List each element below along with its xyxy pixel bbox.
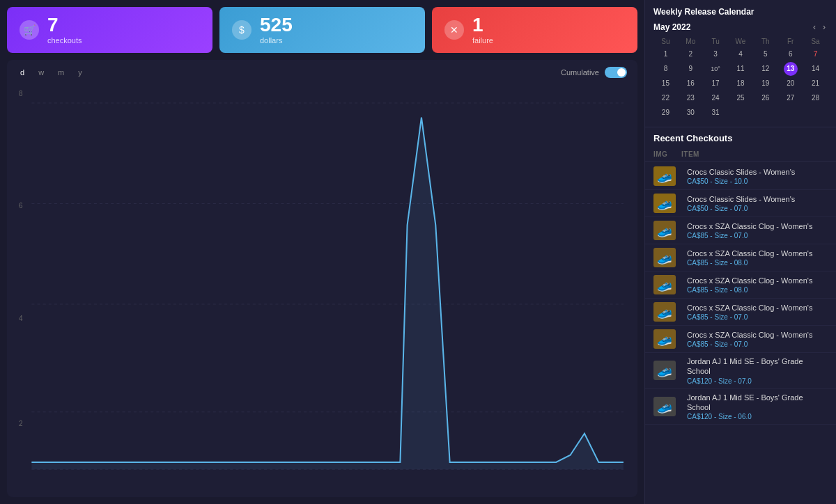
cal-day-cell[interactable]: 9	[683, 62, 697, 76]
cal-day-cell[interactable]: 24	[709, 91, 722, 105]
checkout-table-header: IMG ITEM	[645, 148, 836, 162]
cal-day-cell[interactable]: 27	[784, 91, 798, 105]
cal-day-cell[interactable]: 28	[809, 91, 823, 105]
chart-controls: d w m y Cumulative	[17, 67, 627, 78]
cumulative-label: Cumulative	[561, 68, 599, 77]
checkout-name: Jordan AJ 1 Mid SE - Boys' Grade School	[687, 356, 828, 377]
checkouts-number: 7	[47, 15, 82, 35]
cal-day-cell[interactable]: 21	[809, 77, 823, 90]
checkout-name: Crocs x SZA Classic Clog - Women's	[687, 276, 828, 285]
shoe-icon: 👟	[657, 363, 672, 378]
y-label-2: 2	[19, 420, 23, 427]
checkout-item[interactable]: 👟Crocs Classic Slides - Women'sCA$50 - S…	[645, 190, 836, 217]
cal-day-cell[interactable]: 14	[809, 62, 823, 76]
cal-day-cell[interactable]: 22	[658, 91, 672, 105]
cal-day-cell[interactable]: 30	[683, 106, 697, 120]
checkout-detail: CA$85 - Size - 07.0	[687, 340, 828, 348]
checkout-detail: CA$50 - Size - 10.0	[687, 178, 828, 185]
checkout-name: Jordan AJ 1 Mid SE - Boys' Grade School	[687, 393, 828, 413]
time-controls: d w m y	[17, 67, 85, 78]
checkout-item[interactable]: 👟Crocs x SZA Classic Clog - Women'sCA$85…	[645, 299, 836, 326]
header-img: IMG	[653, 150, 681, 158]
cal-day-cell[interactable]: 17	[709, 77, 722, 90]
checkout-detail: CA$120 - Size - 07.0	[687, 377, 828, 385]
cal-day-cell[interactable]: 15	[658, 77, 672, 90]
checkout-detail: CA$120 - Size - 06.0	[687, 413, 828, 420]
cal-day-cell[interactable]: 2	[683, 47, 697, 61]
cumulative-toggle-pill[interactable]	[605, 67, 627, 78]
failure-content: 1 failure	[472, 15, 493, 45]
chart-container: d w m y Cumulative 8 6 4 2	[7, 60, 637, 497]
checkout-item[interactable]: 👟Crocs Classic Slides - Women'sCA$50 - S…	[645, 163, 836, 190]
cal-day-cell[interactable]: 4	[734, 47, 748, 61]
cal-day-cell[interactable]: 23	[683, 91, 697, 105]
checkout-info: Crocs x SZA Classic Clog - Women'sCA$85 …	[687, 330, 828, 348]
cal-day-cell[interactable]: 25	[734, 91, 748, 105]
checkout-list: 👟Crocs Classic Slides - Women'sCA$50 - S…	[645, 163, 836, 425]
checkout-item[interactable]: 👟Jordan AJ 1 Mid SE - Boys' Grade School…	[645, 389, 836, 425]
chart-svg-wrapper: 8 6 4 2	[17, 81, 627, 484]
checkout-item[interactable]: 👟Crocs x SZA Classic Clog - Women'sCA$85…	[645, 217, 836, 244]
checkout-info: Crocs Classic Slides - Women'sCA$50 - Si…	[687, 194, 828, 212]
cal-day-cell[interactable]: 31	[709, 106, 722, 120]
dollars-content: 525 dollars	[260, 15, 293, 45]
checkouts-card: 🛒 7 checkouts	[7, 7, 212, 53]
time-btn-y[interactable]: y	[75, 67, 85, 78]
header-item: ITEM	[681, 150, 828, 158]
cal-day-cell[interactable]: 6	[784, 47, 798, 61]
cal-day-cell[interactable]: 13	[784, 62, 798, 76]
calendar-header: May 2022 ‹ ›	[653, 22, 828, 32]
stats-row: 🛒 7 checkouts $ 525 dollars ✕ 1 failure	[7, 7, 637, 53]
sidebar: Weekly Release Calendar May 2022 ‹ › SuM…	[644, 0, 836, 504]
cal-day-header: Su	[653, 36, 678, 47]
cal-day-cell[interactable]: 18	[734, 77, 748, 90]
calendar-nav: ‹ ›	[811, 22, 828, 32]
cal-day-header: Sa	[803, 36, 828, 47]
calendar-prev-btn[interactable]: ‹	[811, 22, 818, 32]
cal-day-cell[interactable]: 5	[759, 47, 773, 61]
cal-day-cell[interactable]: 8	[658, 62, 672, 76]
checkouts-content: 7 checkouts	[47, 15, 82, 45]
checkout-item[interactable]: 👟Jordan AJ 1 Mid SE - Boys' Grade School…	[645, 353, 836, 389]
shoe-icon: 👟	[657, 196, 672, 211]
checkouts-label: checkouts	[47, 36, 82, 45]
shoe-icon: 👟	[657, 277, 672, 292]
time-btn-m[interactable]: m	[55, 67, 67, 78]
cal-day-cell[interactable]: 3	[709, 47, 722, 61]
shoe-icon: 👟	[657, 399, 672, 414]
cal-day-cell[interactable]: 11	[734, 62, 748, 76]
checkout-item[interactable]: 👟Crocs x SZA Classic Clog - Women'sCA$85…	[645, 326, 836, 353]
cal-day-cell	[809, 106, 823, 120]
failure-card: ✕ 1 failure	[432, 7, 637, 53]
checkout-img: 👟	[653, 275, 676, 294]
time-btn-d[interactable]: d	[17, 67, 27, 78]
checkout-item[interactable]: 👟Crocs x SZA Classic Clog - Women'sCA$85…	[645, 244, 836, 271]
checkout-item[interactable]: 👟Crocs x SZA Classic Clog - Women'sCA$85…	[645, 271, 836, 299]
cal-day-cell[interactable]: 10°	[709, 62, 722, 76]
shoe-icon: 👟	[657, 223, 672, 238]
checkout-img: 👟	[653, 302, 676, 322]
chart-svg	[17, 81, 627, 484]
checkout-detail: CA$85 - Size - 07.0	[687, 313, 828, 321]
shoe-icon: 👟	[657, 304, 672, 320]
svg-marker-5	[31, 118, 624, 470]
time-btn-w[interactable]: w	[36, 67, 47, 78]
calendar-next-btn[interactable]: ›	[821, 22, 828, 32]
cal-day-cell[interactable]: 7	[809, 47, 823, 61]
checkout-info: Crocs x SZA Classic Clog - Women'sCA$85 …	[687, 276, 828, 294]
checkout-img: 👟	[653, 248, 676, 267]
checkout-img: 👟	[653, 397, 676, 416]
checkout-info: Jordan AJ 1 Mid SE - Boys' Grade SchoolC…	[687, 393, 828, 421]
cal-day-cell[interactable]: 19	[759, 77, 773, 90]
shoe-icon: 👟	[657, 331, 672, 347]
calendar-month: May 2022	[653, 22, 690, 32]
cal-day-cell[interactable]: 20	[784, 77, 798, 90]
calendar-section: Weekly Release Calendar May 2022 ‹ › SuM…	[645, 0, 836, 127]
y-label-4: 4	[19, 315, 23, 322]
cal-day-cell[interactable]: 12	[759, 62, 773, 76]
cal-day-cell[interactable]: 1	[658, 47, 672, 61]
shoe-icon: 👟	[657, 168, 672, 184]
cal-day-cell[interactable]: 16	[683, 77, 697, 90]
cal-day-cell[interactable]: 26	[759, 91, 773, 105]
cal-day-cell[interactable]: 29	[658, 106, 672, 120]
